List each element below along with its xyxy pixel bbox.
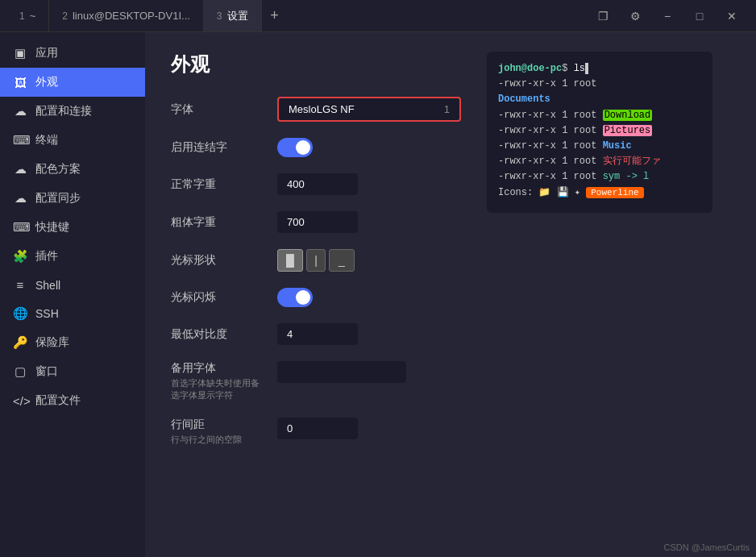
restore-button[interactable]: ❐: [592, 5, 614, 27]
config-icon: ☁: [13, 104, 27, 118]
titlebar-actions: ❐ ⚙ − □ ✕: [592, 5, 750, 27]
add-tab-button[interactable]: +: [262, 3, 288, 29]
tab-number-2: 2: [62, 10, 68, 22]
sidebar-item-configfile[interactable]: </> 配置文件: [0, 386, 145, 415]
close-button[interactable]: ✕: [721, 5, 743, 27]
min-contrast-label: 最低对比度: [171, 327, 268, 342]
icons-label: Icons: 📁 💾 ✦: [498, 187, 586, 198]
file-symlink: sym -> l: [603, 171, 650, 182]
line-spacing-sublabel: 行与行之间的空隙: [171, 434, 268, 446]
fallback-font-row: 备用字体 首选字体缺失时使用备选字体显示字符: [171, 361, 461, 401]
content-area: 外观 字体 MesloLGS NF 1 启用连结字 正常字重: [145, 32, 756, 557]
sidebar-item-config[interactable]: ☁ 配置和连接: [0, 97, 145, 126]
sidebar-label-appearance: 外观: [35, 75, 58, 89]
sidebar-item-vault[interactable]: 🔑 保险库: [0, 328, 145, 357]
preview-line-2: Documents: [498, 92, 701, 107]
sidebar-item-shell[interactable]: ≡ Shell: [0, 271, 145, 299]
line-spacing-label: 行间距: [171, 418, 268, 432]
maximize-button[interactable]: □: [688, 5, 711, 27]
fallback-font-label-group: 备用字体 首选字体缺失时使用备选字体显示字符: [171, 361, 268, 401]
ligatures-label: 启用连结字: [171, 140, 268, 155]
cursor-shape-label: 光标形状: [171, 253, 268, 268]
cursor-shape-row: 光标形状 █ | _: [171, 249, 461, 272]
sidebar-item-shortcuts[interactable]: ⌨ 快捷键: [0, 213, 145, 242]
cursor-underline-button[interactable]: _: [329, 249, 355, 272]
ligatures-toggle[interactable]: [277, 138, 313, 157]
preview-line-icons: Icons: 📁 💾 ✦ Powerline: [498, 185, 701, 201]
page-title: 外观: [171, 52, 461, 77]
tab-3[interactable]: 3 设置: [204, 0, 262, 31]
tab-label-2: linux@DESKTOP-DV1I...: [73, 10, 190, 22]
shortcuts-icon: ⌨: [13, 220, 27, 235]
file-executable: 实行可能ファ: [603, 156, 661, 167]
sidebar-label-configfile: 配置文件: [35, 393, 81, 408]
font-setting-row: 字体 MesloLGS NF 1: [171, 97, 461, 122]
sidebar-item-ssh[interactable]: 🌐 SSH: [0, 299, 145, 328]
normal-weight-input[interactable]: 400: [277, 173, 358, 195]
sidebar-label-terminal: 终端: [35, 133, 58, 148]
sidebar-item-apps[interactable]: ▣ 应用: [0, 39, 145, 68]
ssh-icon: 🌐: [13, 306, 27, 321]
cursor-line-button[interactable]: |: [306, 249, 326, 272]
preview-panel: john@doe-pc$ ls -rwxr-xr-x 1 root Docume…: [487, 52, 712, 538]
settings-panel: 外观 字体 MesloLGS NF 1 启用连结字 正常字重: [171, 52, 461, 538]
cursor-blink-toggle[interactable]: [277, 288, 313, 307]
sidebar-item-terminal[interactable]: ⌨ 终端: [0, 126, 145, 155]
min-contrast-row: 最低对比度 4: [171, 323, 461, 345]
sidebar-label-shortcuts: 快捷键: [35, 220, 69, 235]
tab-list: 1 ~ 2 linux@DESKTOP-DV1I... 3 设置 +: [6, 0, 592, 31]
sidebar-item-sync[interactable]: ☁ 配置同步: [0, 184, 145, 213]
sidebar-item-themes[interactable]: ☁ 配色方案: [0, 155, 145, 184]
sidebar-item-appearance[interactable]: 🖼 外观: [0, 68, 145, 97]
sidebar-label-ssh: SSH: [35, 307, 59, 320]
fallback-font-sublabel: 首选字体缺失时使用备选字体显示字符: [171, 377, 268, 401]
cursor-shape-selector: █ | _: [277, 249, 355, 272]
sidebar-label-window: 窗口: [35, 364, 58, 379]
cursor-blink-label: 光标闪烁: [171, 290, 268, 305]
preview-line-1: -rwxr-xr-x 1 root: [498, 77, 701, 92]
sidebar-item-window[interactable]: ▢ 窗口: [0, 357, 145, 386]
min-contrast-input[interactable]: 4: [277, 323, 358, 345]
perm-4: -rwxr-xr-x 1 root: [498, 140, 596, 152]
ligatures-setting-row: 启用连结字: [171, 138, 461, 157]
perm-6: -rwxr-xr-x 1 root: [498, 171, 596, 182]
dir-pictures: Pictures: [603, 125, 653, 136]
appearance-icon: 🖼: [13, 76, 27, 89]
configfile-icon: </>: [13, 394, 27, 408]
preview-at: @: [521, 63, 527, 74]
fallback-font-input[interactable]: [277, 361, 406, 383]
bold-weight-row: 粗体字重 700: [171, 211, 461, 233]
shell-icon: ≡: [13, 278, 27, 292]
cursor-block-button[interactable]: █: [277, 249, 303, 272]
preview-line-5: -rwxr-xr-x 1 root Music: [498, 139, 701, 154]
tab-2[interactable]: 2 linux@DESKTOP-DV1I...: [49, 0, 204, 31]
tab-number-3: 3: [217, 10, 222, 22]
preview-host: doe-pc: [527, 63, 562, 74]
plugins-icon: 🧩: [13, 249, 27, 264]
dir-download: Download: [603, 110, 653, 121]
tab-label-3: 设置: [227, 9, 248, 23]
sidebar-label-themes: 配色方案: [35, 162, 81, 177]
preview-line-3: -rwxr-xr-x 1 root Download: [498, 108, 701, 123]
tab-1[interactable]: 1 ~: [6, 0, 49, 31]
sidebar-label-config: 配置和连接: [35, 104, 92, 118]
font-selector[interactable]: MesloLGS NF 1: [277, 97, 461, 122]
tab-label-1: ~: [30, 10, 36, 22]
preview-cursor: [585, 63, 588, 74]
dir-documents: Documents: [498, 94, 550, 105]
font-size-value: 1: [444, 103, 450, 115]
bold-weight-label: 粗体字重: [171, 215, 268, 230]
sidebar: ▣ 应用 🖼 外观 ☁ 配置和连接 ⌨ 终端 ☁ 配色方案 ☁ 配置同步 ⌨ 快…: [0, 32, 145, 557]
bold-weight-input[interactable]: 700: [277, 211, 358, 233]
preview-user: john: [498, 63, 521, 74]
minimize-button[interactable]: −: [656, 5, 679, 27]
line-spacing-input[interactable]: 0: [277, 418, 358, 439]
settings-button[interactable]: ⚙: [624, 5, 646, 27]
perm-3: -rwxr-xr-x 1 root: [498, 125, 596, 136]
sidebar-label-plugins: 插件: [35, 249, 58, 264]
watermark: CSDN @JamesCurtis: [663, 542, 750, 552]
main-layout: ▣ 应用 🖼 外观 ☁ 配置和连接 ⌨ 终端 ☁ 配色方案 ☁ 配置同步 ⌨ 快…: [0, 32, 756, 557]
terminal-preview: john@doe-pc$ ls -rwxr-xr-x 1 root Docume…: [487, 52, 712, 213]
cursor-blink-row: 光标闪烁: [171, 288, 461, 307]
sidebar-item-plugins[interactable]: 🧩 插件: [0, 242, 145, 271]
